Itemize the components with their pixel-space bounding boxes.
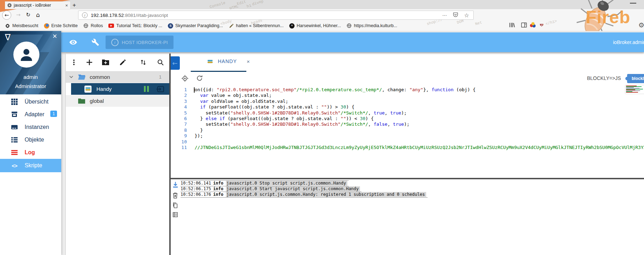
tree-folder-common[interactable]: common1 [66,71,169,83]
tab-close-icon[interactable]: × [65,3,68,8]
new-tab-button[interactable]: + [70,1,79,9]
bookmarks-bar: Meistbesucht Erste Schritte Rollos ▶ Tut… [0,20,644,31]
pocket-icon[interactable] [453,12,459,19]
instances-icon [11,123,18,131]
log-rows: 10:52:06.141infojavascript.0 Stop script… [181,180,428,198]
globe-icon [347,23,352,29]
host-button[interactable]: i HOST IOBROKER-PI [106,36,173,49]
pencil-icon [229,23,234,29]
open-script-icon[interactable] [156,86,164,93]
locate-icon[interactable] [181,75,189,82]
back-button[interactable]: ← [2,11,11,20]
sidebar-item-label: Übersicht [25,99,49,105]
browser-tab[interactable]: javascript - ioBroker × [5,1,70,9]
sidebar-item-label: Log [25,149,35,156]
edit-pencil-icon[interactable] [119,58,126,66]
sidebar-item-ubersicht[interactable]: Übersicht [0,95,61,108]
bookmark-item[interactable]: Rollos [81,23,106,29]
tree-item-script-handy[interactable]: Handy [71,83,169,95]
window-minimize-button[interactable] [630,3,636,4]
explorer-toolbar [66,54,169,71]
grid-icon [11,98,18,106]
editor-tab-handy[interactable]: HANDY × [207,58,250,65]
browser-tab-title: javascript - ioBroker [14,3,63,8]
blockly-script-icon [207,58,214,65]
text-cursor [194,87,195,93]
bookmark-label: https://media.kulturb... [354,23,397,28]
browser-nav-bar: ← → ↻ ⌂ i 192.168.178.52:8081/#tab-javas… [0,9,644,21]
iobroker-favicon-icon [7,3,12,7]
library-icon[interactable] [509,22,515,29]
home-button[interactable]: ⌂ [34,11,42,19]
add-script-icon[interactable] [86,58,93,66]
bookmark-item[interactable]: https://media.kulturb... [344,23,400,29]
sidebar-item-instanzen[interactable]: Instanzen [0,121,61,133]
bookmark-item[interactable]: S Skymaster Paragliding... [165,23,226,29]
code-line [195,139,644,145]
chevron-down-icon[interactable] [69,76,78,78]
sidebar-item-objekte[interactable]: Objekte [0,133,61,146]
close-drawer-icon[interactable]: × [52,32,57,41]
sidebar-menu: Übersicht Adapter1 Instanzen Objekte Log… [0,95,61,172]
blockly-script-icon [84,86,91,93]
page-actions-icon[interactable]: ⋯ [442,13,447,18]
log-copy-icon[interactable] [172,202,179,209]
code-editor[interactable]: 1234567891011 on({id: "rpi2.0.temperatur… [171,85,644,178]
log-row: 10:52:06.175infojavascript.0 Start javas… [181,186,361,192]
code-line: setState("shelly.0.SHSW-1#2BD78D#1.Relay… [195,110,644,116]
badge-icon: ^ [289,23,295,29]
sidebar-item-skripte[interactable]: <> Skripte [0,159,61,172]
more-menu-icon[interactable] [70,58,78,66]
sidebar-item-log[interactable]: Log [0,146,61,159]
reload-button[interactable]: ↻ [24,11,32,19]
code-icon: <> [11,162,18,169]
bookmark-item[interactable]: ▶ Tutorial Teil1: Blockly ... [106,23,165,28]
site-info-icon[interactable]: i [82,12,88,18]
forward-button[interactable]: → [14,11,23,19]
bookmark-star-icon[interactable]: ☆ [464,12,469,19]
sidebars-icon[interactable] [521,22,527,29]
bookmark-item[interactable]: Erste Schritte [41,23,81,29]
gear-icon [5,23,10,29]
editor-tab-close-icon[interactable]: × [247,58,250,64]
log-timestamp: 10:52:06.175 [181,186,211,191]
log-clear-trash-icon[interactable] [172,192,179,199]
bookmark-item[interactable]: Meistbesucht [2,23,41,29]
log-severity: info [213,192,223,197]
refresh-icon[interactable] [196,75,204,82]
bookmark-label: Erste Schritte [51,23,78,28]
store-icon [11,111,18,118]
skymaster-icon: S [168,23,173,29]
eye-icon[interactable] [69,38,77,47]
address-bar[interactable]: i 192.168.178.52:8081/#tab-javascript ⋯ … [78,11,474,20]
editor-tab-label: HANDY [218,58,237,64]
collapse-explorer-button[interactable]: ← [171,56,180,70]
settings-gear-icon[interactable]: ⚙ [638,21,644,29]
youtube-icon: ▶ [108,24,114,28]
folder-open-icon [78,74,87,80]
iobroker-logo-icon: ∇ [5,32,11,42]
log-download-icon[interactable] [172,181,179,188]
bookmark-item[interactable]: ^ Harsewinkel, Hühner... [286,23,344,29]
app-bar: i HOST IOBROKER-PI ioBroker.admin 3 [61,32,644,52]
ublock-shield-icon[interactable]: UD [540,22,543,27]
log-columns-icon[interactable] [172,212,179,219]
code-line: var oldValue = obj.oldState.val; [195,99,644,104]
add-folder-icon[interactable] [102,58,109,66]
avatar [13,42,39,68]
tree-folder-global[interactable]: global [66,95,169,107]
user-role: Administrator [0,83,61,89]
search-icon[interactable] [157,58,164,66]
code-line: if (parseFloat((obj.state ? obj.state.va… [195,104,644,110]
editor-pane: ← HANDY × BLOCKLY=>JS blockly 1234567891… [171,54,644,255]
bookmark-item[interactable]: halten « Silbentrennun... [226,23,287,29]
pause-script-icon[interactable] [144,86,149,92]
folder-icon [78,98,87,104]
blockly-toggle-button[interactable]: blockly [627,74,644,83]
sidebar-item-adapter[interactable]: Adapter1 [0,108,61,121]
script-explorer: common1 Handy global [66,54,169,255]
wrench-icon[interactable] [91,38,99,47]
sort-icon[interactable] [139,58,147,66]
code-line: on({id: "rpi2.0.temperature.soc_temp"/*r… [195,87,644,93]
log-icon [11,149,18,156]
